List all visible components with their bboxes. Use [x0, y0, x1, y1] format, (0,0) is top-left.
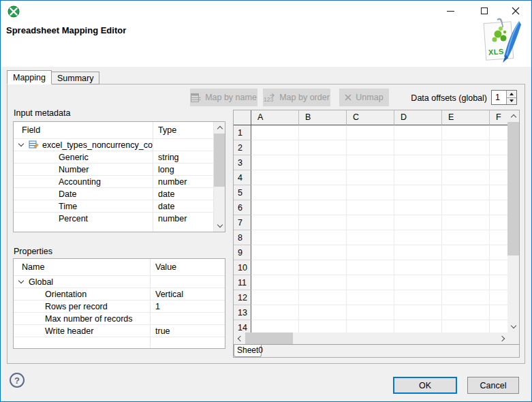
spreadsheet-cell[interactable] — [490, 275, 507, 290]
spreadsheet-cell[interactable] — [394, 305, 442, 320]
spreadsheet-cell[interactable] — [347, 200, 394, 215]
spreadsheet-cell[interactable] — [394, 125, 442, 140]
scroll-down-button[interactable] — [214, 220, 225, 232]
column-header-E[interactable]: E — [442, 110, 490, 125]
column-header-A[interactable]: A — [251, 110, 299, 125]
scrollbar-thumb[interactable] — [245, 333, 293, 344]
spreadsheet-cell[interactable] — [490, 140, 507, 155]
spreadsheet-cell[interactable] — [490, 215, 507, 230]
spreadsheet-cell[interactable] — [347, 185, 394, 200]
property-empty-row[interactable] — [14, 337, 225, 349]
tree-chevron-down-icon[interactable] — [18, 141, 24, 146]
spreadsheet-corner-cell[interactable] — [234, 110, 251, 125]
spreadsheet-cell[interactable] — [299, 170, 347, 185]
metadata-field-row[interactable]: Genericstring — [14, 151, 225, 163]
spreadsheet-cell[interactable] — [251, 185, 299, 200]
spreadsheet-cell[interactable] — [347, 275, 394, 290]
spreadsheet-cell[interactable] — [394, 215, 442, 230]
sheet-tab-sheet0[interactable]: Sheet0 — [234, 345, 262, 357]
metadata-root-row[interactable]: excel_types_noncurrency_con — [14, 138, 225, 151]
spreadsheet-cell[interactable] — [251, 230, 299, 245]
spreadsheet-cell[interactable] — [490, 185, 507, 200]
spreadsheet-cell[interactable] — [347, 260, 394, 275]
spreadsheet-cell[interactable] — [251, 155, 299, 170]
column-header-F[interactable]: F — [490, 110, 507, 125]
tab-summary[interactable]: Summary — [52, 72, 99, 84]
spreadsheet-cell[interactable] — [490, 230, 507, 245]
spreadsheet-cell[interactable] — [299, 320, 347, 333]
spreadsheet-cell[interactable] — [442, 260, 490, 275]
spreadsheet-cell[interactable] — [299, 200, 347, 215]
spreadsheet-cell[interactable] — [490, 320, 507, 333]
spreadsheet-cell[interactable] — [299, 125, 347, 140]
spreadsheet-cell[interactable] — [490, 170, 507, 185]
column-header-C[interactable]: C — [347, 110, 394, 125]
row-header-8[interactable]: 8 — [234, 230, 251, 245]
spreadsheet-cell[interactable] — [251, 200, 299, 215]
name-column-header[interactable]: Name — [14, 262, 150, 272]
tree-chevron-down-icon[interactable] — [18, 278, 24, 283]
row-header-11[interactable]: 11 — [234, 275, 251, 290]
spreadsheet-cell[interactable] — [490, 200, 507, 215]
cancel-button[interactable]: Cancel — [467, 377, 519, 394]
property-row[interactable]: Rows per record1 — [14, 300, 225, 312]
row-header-7[interactable]: 7 — [234, 215, 251, 230]
row-header-9[interactable]: 9 — [234, 245, 251, 260]
row-header-5[interactable]: 5 — [234, 185, 251, 200]
spreadsheet-cell[interactable] — [251, 140, 299, 155]
property-row[interactable]: Write headertrue — [14, 324, 225, 337]
spreadsheet-cell[interactable] — [442, 125, 490, 140]
spreadsheet-cell[interactable] — [490, 125, 507, 140]
metadata-field-row[interactable]: Datedate — [14, 187, 225, 200]
spreadsheet-cell[interactable] — [251, 215, 299, 230]
close-button[interactable] — [505, 3, 527, 18]
spreadsheet-cell[interactable] — [394, 275, 442, 290]
spreadsheet-cell[interactable] — [347, 125, 394, 140]
unmap-button[interactable]: Unmap — [339, 89, 389, 106]
spreadsheet-cell[interactable] — [442, 170, 490, 185]
spreadsheet-cell[interactable] — [251, 275, 299, 290]
row-header-2[interactable]: 2 — [234, 140, 251, 155]
spreadsheet-cell[interactable] — [394, 230, 442, 245]
spreadsheet-vertical-scrollbar[interactable] — [507, 110, 519, 333]
spreadsheet-cell[interactable] — [347, 170, 394, 185]
spreadsheet-cell[interactable] — [251, 305, 299, 320]
data-offsets-spinner[interactable]: 1 — [491, 90, 517, 105]
spreadsheet-cell[interactable] — [347, 305, 394, 320]
spreadsheet-cell[interactable] — [299, 140, 347, 155]
spreadsheet-cell[interactable] — [442, 155, 490, 170]
spreadsheet-cell[interactable] — [299, 215, 347, 230]
spreadsheet-cell[interactable] — [251, 290, 299, 305]
spreadsheet-cell[interactable] — [394, 170, 442, 185]
spreadsheet-cell[interactable] — [490, 155, 507, 170]
spreadsheet-cell[interactable] — [299, 245, 347, 260]
spreadsheet-cell[interactable] — [347, 230, 394, 245]
minimize-button[interactable] — [439, 3, 461, 18]
row-header-4[interactable]: 4 — [234, 170, 251, 185]
column-header-D[interactable]: D — [394, 110, 442, 125]
metadata-field-row[interactable]: Numberlong — [14, 163, 225, 175]
spreadsheet-cell[interactable] — [394, 290, 442, 305]
spreadsheet-cell[interactable] — [251, 260, 299, 275]
spreadsheet-cell[interactable] — [347, 155, 394, 170]
ok-button[interactable]: OK — [393, 377, 457, 394]
row-header-3[interactable]: 3 — [234, 155, 251, 170]
spreadsheet-cell[interactable] — [251, 170, 299, 185]
input-metadata-scrollbar[interactable] — [213, 122, 225, 232]
scrollbar-thumb[interactable] — [214, 134, 225, 187]
data-offsets-value[interactable]: 1 — [492, 91, 506, 104]
spreadsheet-cell[interactable] — [251, 320, 299, 333]
spreadsheet-cell[interactable] — [299, 290, 347, 305]
spreadsheet-cell[interactable] — [490, 305, 507, 320]
tab-mapping[interactable]: Mapping — [7, 70, 52, 84]
row-header-13[interactable]: 13 — [234, 305, 251, 320]
spreadsheet-cell[interactable] — [394, 155, 442, 170]
properties-group-row[interactable]: Global — [14, 275, 225, 288]
maximize-button[interactable] — [473, 3, 495, 18]
spreadsheet-cell[interactable] — [299, 275, 347, 290]
property-row[interactable]: Max number of records — [14, 312, 225, 324]
spinner-up-button[interactable] — [507, 91, 516, 98]
spreadsheet-cell[interactable] — [347, 290, 394, 305]
metadata-field-row[interactable]: Timedate — [14, 200, 225, 212]
spreadsheet-cell[interactable] — [394, 185, 442, 200]
